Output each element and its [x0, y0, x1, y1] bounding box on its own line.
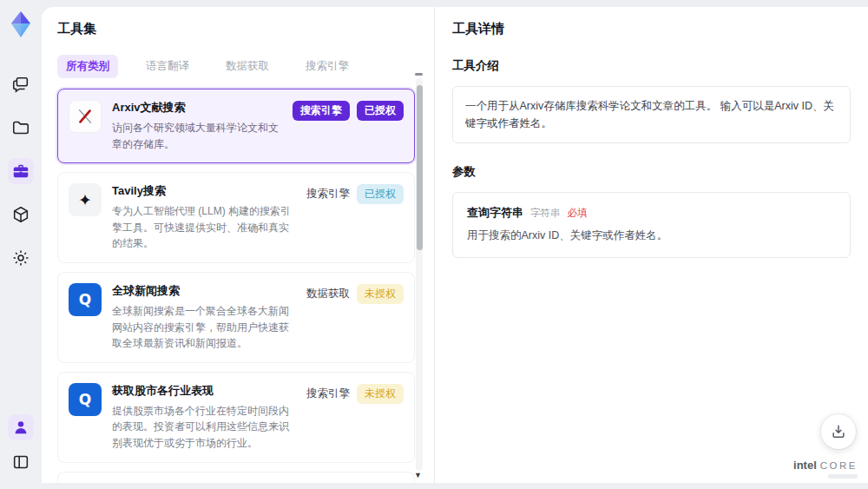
- details-title: 工具详情: [452, 21, 851, 37]
- tool-card-arxiv[interactable]: Arxiv文献搜索 访问各个研究领域大量科学论文和文章的存储库。 搜索引擎 已授…: [57, 89, 415, 163]
- param-name: 查询字符串: [467, 205, 523, 221]
- brand-intel-text: intel: [793, 459, 817, 472]
- tool-card-global-news[interactable]: Q 全球新闻搜索 全球新闻搜索是一个聚合全球各大新闻网站内容的搜索引擎，帮助用户…: [57, 272, 415, 363]
- tool-status-chip: 未授权: [357, 284, 404, 304]
- tool-card-tavily[interactable]: ✦ Tavily搜索 专为人工智能代理 (LLM) 构建的搜索引擎工具。可快速提…: [57, 172, 415, 263]
- intel-core-logo: intel core: [793, 459, 858, 479]
- layout-panel-icon[interactable]: [8, 449, 34, 475]
- params-heading: 参数: [452, 164, 851, 180]
- param-description: 用于搜索的Arxiv ID、关键字或作者姓名。: [467, 228, 836, 243]
- app-logo-icon: [5, 9, 36, 40]
- tab-language-translation[interactable]: 语言翻译: [137, 55, 198, 78]
- tool-description: 访问各个研究领域大量科学论文和文章的存储库。: [112, 120, 282, 152]
- tool-card-active-stocks[interactable]: Q 获取市场最活跃股票信息 提供当天交易量最高的股票列表，投资者可以利用这些信息…: [57, 472, 415, 483]
- cube-icon[interactable]: [8, 202, 34, 228]
- settings-gear-icon[interactable]: [8, 245, 34, 271]
- param-required-badge: 必填: [568, 207, 588, 220]
- download-button[interactable]: [821, 414, 856, 449]
- tool-status-chip: 未授权: [357, 384, 404, 404]
- tool-category-label: 数据获取: [306, 287, 350, 301]
- tool-card-sector-performance[interactable]: Q 获取股市各行业表现 提供股票市场各个行业在特定时间段内的表现。投资者可以利用…: [57, 372, 415, 463]
- sidebar-rail: [0, 0, 42, 489]
- scroll-down-icon[interactable]: ▼: [414, 471, 422, 479]
- tool-name: 全球新闻搜索: [112, 283, 296, 299]
- tool-description: 提供股票市场各个行业在特定时间段内的表现。投资者可以利用这些信息来识别表现优于或…: [112, 403, 296, 452]
- tools-list-section: 工具集 所有类别 语言翻译 数据获取 搜索引擎 Arxiv文献搜索 访问各个研究…: [42, 7, 434, 483]
- tool-category-chip: 搜索引擎: [293, 101, 350, 121]
- download-icon: [830, 423, 847, 440]
- list-scrollbar[interactable]: [416, 78, 423, 471]
- tool-name: Arxiv文献搜索: [112, 100, 282, 116]
- scrollbar-thumb[interactable]: [417, 85, 423, 250]
- param-type: 字符串: [530, 207, 561, 220]
- page-title: 工具集: [57, 21, 434, 37]
- tool-category-label: 搜索引擎: [306, 387, 350, 401]
- toolbox-icon[interactable]: [8, 158, 34, 184]
- scroll-up-control[interactable]: [415, 73, 423, 76]
- tool-name: Tavily搜索: [112, 183, 296, 199]
- intro-text-box: 一个用于从Arxiv存储库搜索科学论文和文章的工具。 输入可以是Arxiv ID…: [452, 86, 851, 143]
- brand-subline: [828, 474, 858, 479]
- user-icon[interactable]: [8, 414, 34, 440]
- tool-details-section: 工具详情 工具介绍 一个用于从Arxiv存储库搜索科学论文和文章的工具。 输入可…: [434, 7, 868, 483]
- sidebar-nav: [8, 71, 34, 271]
- news-service-logo-icon: Q: [69, 283, 102, 316]
- arxiv-logo-icon: [69, 100, 102, 133]
- tab-data-fetch[interactable]: 数据获取: [217, 55, 278, 78]
- brand-core-text: core: [820, 460, 858, 471]
- param-card: 查询字符串 字符串 必填 用于搜索的Arxiv ID、关键字或作者姓名。: [452, 192, 851, 258]
- chat-icon[interactable]: [8, 71, 34, 97]
- tool-status-chip: 已授权: [357, 101, 404, 121]
- main-panel: 工具集 所有类别 语言翻译 数据获取 搜索引擎 Arxiv文献搜索 访问各个研究…: [42, 7, 868, 483]
- tool-description: 全球新闻搜索是一个聚合全球各大新闻网站内容的搜索引擎，帮助用户快速获取全球最新资…: [112, 303, 296, 352]
- tool-status-chip: 已授权: [357, 184, 404, 204]
- tool-category-label: 搜索引擎: [306, 187, 350, 202]
- tool-description: 专为人工智能代理 (LLM) 构建的搜索引擎工具。可快速提供实时、准确和真实的结…: [112, 203, 296, 252]
- tavily-star-icon: ✦: [69, 183, 102, 216]
- tab-all-categories[interactable]: 所有类别: [57, 55, 118, 78]
- tab-search-engine[interactable]: 搜索引擎: [297, 55, 358, 78]
- folder-icon[interactable]: [8, 115, 34, 141]
- intro-heading: 工具介绍: [452, 58, 851, 74]
- sidebar-bottom: [8, 414, 34, 475]
- tools-list: Arxiv文献搜索 访问各个研究领域大量科学论文和文章的存储库。 搜索引擎 已授…: [57, 89, 415, 483]
- category-tabs: 所有类别 语言翻译 数据获取 搜索引擎: [57, 55, 434, 78]
- finance-service-logo-icon: Q: [69, 383, 102, 416]
- tool-name: 获取股市各行业表现: [112, 383, 296, 399]
